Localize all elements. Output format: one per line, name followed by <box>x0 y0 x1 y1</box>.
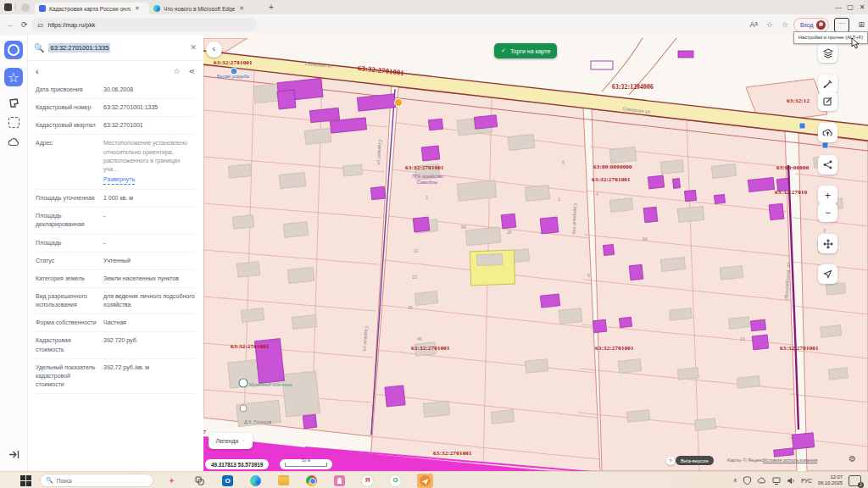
field-value: 30.06.2008 <box>98 86 133 94</box>
building-footprint <box>415 342 436 356</box>
tab-title: Кадастровая карта России онла <box>49 6 131 12</box>
expand-link[interactable]: Развернуть <box>103 175 135 185</box>
field-row: Удельный показатель кадастровой стоимост… <box>36 359 195 394</box>
building-footprint <box>423 401 450 417</box>
field-row: Форма собственностиЧастная <box>36 314 195 332</box>
active-messenger-icon[interactable] <box>417 474 433 488</box>
capital-construction-object <box>501 214 516 229</box>
search-input-value[interactable]: 63:32:2701001:1335 <box>48 43 110 53</box>
tab-close-icon[interactable]: ✕ <box>135 5 140 12</box>
network-icon[interactable] <box>772 477 781 485</box>
map-settings-icon[interactable]: ⚙ <box>849 454 856 463</box>
torgi-map-button[interactable]: ✓ Торги на карте <box>494 43 557 58</box>
new-tab-button[interactable]: + <box>269 3 274 12</box>
building-footprint <box>626 410 649 423</box>
edge-icon[interactable] <box>249 474 262 487</box>
workspace-icon[interactable] <box>4 3 12 11</box>
help-button[interactable]: ? <box>666 457 675 465</box>
volume-icon[interactable] <box>787 477 795 485</box>
building-footprint <box>491 410 514 424</box>
share-icon[interactable]: ⋖ <box>188 67 195 75</box>
sidebar-toggle-icon[interactable]: ⊞ <box>858 20 865 29</box>
map-back-button[interactable]: ‹ <box>206 42 222 58</box>
building-footprint <box>737 376 760 389</box>
signin-button[interactable]: Вход <box>793 18 829 32</box>
field-value: - <box>98 239 105 247</box>
legend-button[interactable]: Легенда ⌃ <box>209 433 253 449</box>
tray-expand-icon[interactable]: ∧ <box>733 477 737 484</box>
back-icon[interactable]: ← <box>7 20 14 29</box>
field-row: Площадь- <box>36 235 195 252</box>
polygon-select-icon[interactable] <box>4 93 23 112</box>
yandex-browser-icon[interactable]: Я <box>361 474 374 487</box>
collapse-panel-icon[interactable] <box>4 445 23 463</box>
close-button[interactable]: ✕ <box>856 3 868 13</box>
capital-construction-object <box>643 207 658 222</box>
copilot-icon[interactable]: ✦ <box>165 474 178 487</box>
browser-toolbar: ← ⟳ 🗁 https://map.ru/pkk Aᵃ ☆ ☆ Вход ···… <box>0 14 868 36</box>
chevron-up-icon: ⌃ <box>242 439 245 444</box>
field-value: 392,72 руб./кв. м <box>98 363 149 389</box>
building-footprint <box>228 164 251 179</box>
search-icon: 🔍 <box>34 43 44 53</box>
tab-close-icon[interactable]: ✕ <box>239 5 244 12</box>
building-footprint <box>525 359 548 374</box>
building-footprint <box>241 308 264 323</box>
read-aloud-icon[interactable]: Aᵃ <box>750 20 758 29</box>
keyboard-language[interactable]: РУС <box>801 478 812 484</box>
capital-construction-object <box>303 414 316 428</box>
avatar <box>816 20 826 30</box>
capital-construction-object <box>672 179 680 189</box>
minimize-button[interactable]: — <box>832 3 844 13</box>
zoom-out-button[interactable]: − <box>818 202 837 222</box>
map-canvas[interactable]: 63:32:270100163:32:270100163:32:12040066… <box>203 35 868 471</box>
chrome-icon[interactable] <box>305 474 318 487</box>
map-share-button[interactable] <box>818 155 837 175</box>
taskbar-clock[interactable]: 12:07 06.10.2025 <box>818 474 843 486</box>
clear-search-icon[interactable]: ✕ <box>190 43 197 52</box>
favorite-star-icon[interactable]: ☆ <box>766 20 773 29</box>
task-view-icon[interactable] <box>193 474 206 487</box>
pan-button[interactable] <box>818 234 837 253</box>
bookmark-icon[interactable]: ☆ <box>173 67 180 75</box>
edit-button[interactable] <box>818 92 837 111</box>
panel-back-icon[interactable]: ‹ <box>36 66 39 76</box>
browser-logo-icon[interactable] <box>21 3 30 12</box>
favorites-rail-button[interactable]: ☆ <box>4 68 23 86</box>
layers-button[interactable] <box>818 43 837 63</box>
outlook-icon[interactable]: O <box>221 474 234 487</box>
locate-button[interactable] <box>818 264 837 284</box>
field-value: 63:32:2701001 <box>98 121 143 130</box>
pink-app-icon[interactable] <box>333 474 346 487</box>
settings-menu-button[interactable]: ··· <box>834 18 849 32</box>
app-logo[interactable] <box>4 41 23 59</box>
terms-link[interactable]: Условия использования <box>763 458 817 463</box>
upload-button[interactable] <box>818 123 837 142</box>
capital-construction-object <box>254 339 284 384</box>
start-button[interactable] <box>20 475 31 486</box>
shield-icon[interactable] <box>743 476 751 485</box>
address-bar[interactable]: 🗁 https://map.ru/pkk <box>31 18 257 31</box>
system-tray: ∧ РУС 12:07 06.10.2025 2 <box>733 474 868 486</box>
refresh-icon[interactable]: ⟳ <box>21 20 28 29</box>
maximize-button[interactable]: ▢ <box>844 3 856 13</box>
taskbar: 🔍 Поиск ✦ O Я G <box>0 471 868 488</box>
notification-center-icon[interactable]: 2 <box>849 475 861 486</box>
search-bar[interactable]: 🔍 63:32:2701001:1335 ✕ <box>27 35 203 61</box>
field-row: Вид разрешенного использованиядля ведени… <box>36 288 195 314</box>
scale-label: 50 м <box>286 458 326 463</box>
onedrive-icon[interactable] <box>757 477 766 484</box>
scale-bar: 50 м <box>280 459 332 469</box>
tab-cadastral-map[interactable]: Кадастровая карта России онла ✕ <box>35 3 149 14</box>
g-app-icon[interactable]: G <box>389 474 402 487</box>
collections-icon[interactable]: ☆ <box>782 20 788 29</box>
tab-edge-whats-new[interactable]: Что нового в Microsoft Edge ✕ <box>149 3 264 14</box>
taskbar-search[interactable]: 🔍 Поиск <box>40 474 153 487</box>
capital-construction-object <box>748 177 774 191</box>
building-footprint <box>609 147 637 163</box>
field-label: Кадастровый квартал <box>36 121 98 130</box>
file-explorer-icon[interactable] <box>277 474 290 487</box>
area-select-icon[interactable] <box>4 113 23 131</box>
cloud-icon[interactable] <box>4 133 23 152</box>
browser-tab-strip: Кадастровая карта России онла ✕ Что ново… <box>0 0 868 14</box>
